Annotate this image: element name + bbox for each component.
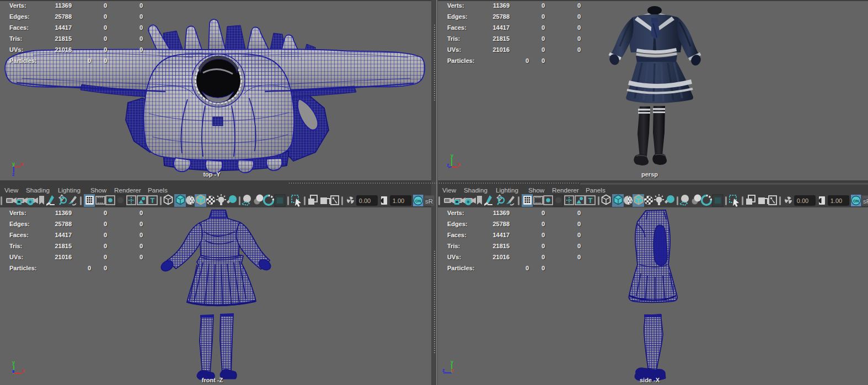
svg-text:z: z <box>442 367 445 373</box>
svg-text:x: x <box>21 161 24 167</box>
svg-text:x: x <box>451 367 454 373</box>
svg-text:y: y <box>451 153 453 158</box>
svg-text:0.00: 0.00 <box>797 197 808 204</box>
svg-text:y: y <box>12 360 15 365</box>
svg-text:sR: sR <box>863 198 868 205</box>
svg-text:ON: ON <box>415 199 421 203</box>
svg-text:sR: sR <box>425 198 433 205</box>
svg-text:1.00: 1.00 <box>393 197 404 204</box>
svg-text:z: z <box>12 172 15 177</box>
svg-text:T: T <box>151 196 155 205</box>
svg-text:z: z <box>447 162 449 168</box>
svg-text:y: y <box>12 161 15 167</box>
svg-text:x: x <box>22 368 25 373</box>
svg-text:ON: ON <box>853 199 859 203</box>
svg-text:1.00: 1.00 <box>831 197 842 204</box>
svg-text:0.00: 0.00 <box>359 197 371 204</box>
svg-text:x: x <box>458 162 460 167</box>
svg-text:y: y <box>451 360 453 365</box>
svg-text:T: T <box>588 196 593 205</box>
